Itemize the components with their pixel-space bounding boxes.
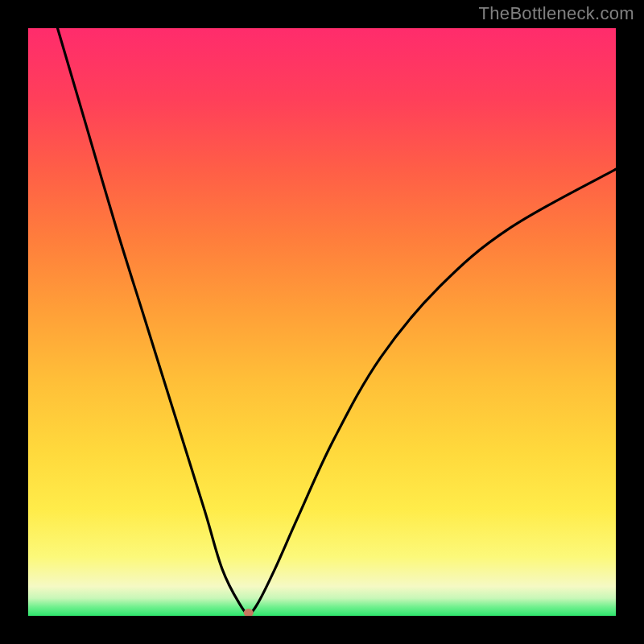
chart-svg xyxy=(28,28,616,616)
minimum-marker xyxy=(244,609,254,616)
chart-plot-area xyxy=(28,28,616,616)
watermark-text: TheBottleneck.com xyxy=(479,3,634,24)
bottleneck-curve xyxy=(58,28,617,613)
